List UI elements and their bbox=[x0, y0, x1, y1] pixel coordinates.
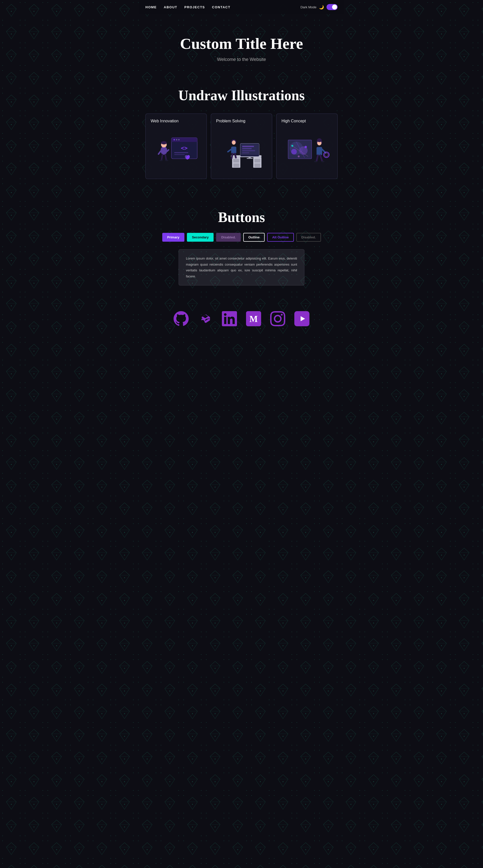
btn-primary[interactable]: Primary bbox=[162, 233, 184, 242]
linkedin-icon[interactable] bbox=[221, 311, 237, 327]
hero-section: Custom Title Here Welcome to the Website bbox=[139, 14, 344, 77]
svg-line-50 bbox=[235, 154, 236, 158]
svg-rect-27 bbox=[174, 154, 185, 155]
nav-projects[interactable]: PROJECTS bbox=[184, 5, 205, 9]
dark-mode-toggle[interactable] bbox=[326, 4, 337, 10]
lorem-box: Lorem ipsum dolor, sit amet consectetur … bbox=[179, 249, 304, 285]
illustrations-title: Undraw Illustrations bbox=[146, 87, 337, 103]
btn-secondary[interactable]: Secondary bbox=[187, 233, 214, 242]
svg-rect-35 bbox=[254, 159, 260, 163]
youtube-icon[interactable] bbox=[294, 311, 310, 327]
nav-contact[interactable]: CONTACT bbox=[212, 5, 230, 9]
card-web-innovation-illustration: <> bbox=[151, 127, 201, 174]
svg-point-12 bbox=[161, 141, 166, 145]
svg-text:<>: <> bbox=[181, 145, 188, 152]
svg-rect-32 bbox=[233, 159, 239, 163]
card-high-concept-title: High Concept bbox=[282, 119, 332, 123]
svg-rect-33 bbox=[233, 164, 239, 167]
codepen-icon[interactable] bbox=[197, 311, 213, 327]
nav-about[interactable]: ABOUT bbox=[164, 5, 178, 9]
nav-right: Dark Mode 🌙 bbox=[300, 4, 337, 10]
svg-point-24 bbox=[178, 139, 180, 141]
svg-point-58 bbox=[304, 146, 307, 148]
svg-point-18 bbox=[165, 160, 168, 161]
github-icon[interactable] bbox=[173, 311, 189, 327]
svg-rect-39 bbox=[242, 146, 254, 147]
card-problem-solving-illustration bbox=[216, 127, 267, 174]
svg-line-15 bbox=[161, 155, 162, 160]
buttons-title: Buttons bbox=[146, 209, 337, 225]
buttons-row: Primary Secondary Disabled. Outline Alt … bbox=[146, 233, 337, 242]
svg-point-57 bbox=[291, 145, 293, 147]
svg-rect-41 bbox=[242, 150, 255, 152]
instagram-icon[interactable] bbox=[270, 311, 286, 327]
svg-point-46 bbox=[232, 141, 236, 145]
svg-rect-40 bbox=[242, 148, 252, 149]
toggle-knob bbox=[332, 4, 337, 9]
svg-rect-47 bbox=[231, 147, 236, 154]
svg-point-67 bbox=[324, 153, 328, 157]
svg-point-70 bbox=[314, 161, 317, 162]
card-web-innovation: Web Innovation bbox=[146, 114, 207, 179]
medium-icon[interactable]: M bbox=[246, 311, 262, 327]
svg-rect-26 bbox=[174, 152, 188, 153]
btn-outline[interactable]: Outline bbox=[243, 233, 265, 242]
nav-links: HOME ABOUT PROJECTS CONTACT bbox=[146, 5, 300, 9]
svg-line-14 bbox=[167, 150, 169, 152]
buttons-section: Buttons Primary Secondary Disabled. Outl… bbox=[139, 194, 344, 296]
svg-line-69 bbox=[320, 155, 322, 161]
hero-subtitle: Welcome to the Website bbox=[146, 57, 337, 62]
btn-disabled: Disabled. bbox=[216, 233, 241, 242]
svg-text:M: M bbox=[249, 314, 258, 324]
svg-rect-38 bbox=[241, 144, 258, 155]
svg-point-54 bbox=[291, 149, 297, 155]
btn-disabled-outline: Disabled. bbox=[296, 233, 321, 242]
svg-point-10 bbox=[161, 147, 167, 155]
svg-point-71 bbox=[321, 161, 324, 162]
svg-point-22 bbox=[173, 139, 175, 141]
svg-rect-44 bbox=[247, 158, 253, 159]
svg-rect-42 bbox=[242, 152, 249, 154]
dark-mode-label: Dark Mode bbox=[300, 5, 317, 9]
nav-home[interactable]: HOME bbox=[146, 5, 157, 9]
svg-point-63 bbox=[318, 138, 321, 141]
btn-alt-outline[interactable]: Alt Outline bbox=[267, 233, 294, 242]
card-high-concept-illustration bbox=[282, 127, 332, 174]
card-problem-solving: Problem Solving bbox=[211, 114, 272, 179]
svg-rect-64 bbox=[317, 147, 322, 155]
svg-rect-36 bbox=[254, 164, 260, 167]
navbar: HOME ABOUT PROJECTS CONTACT Dark Mode 🌙 bbox=[139, 0, 344, 14]
hero-title: Custom Title Here bbox=[146, 34, 337, 53]
social-section: M bbox=[139, 296, 344, 347]
lorem-text: Lorem ipsum dolor, sit amet consectetur … bbox=[186, 255, 297, 279]
card-high-concept: High Concept bbox=[276, 114, 337, 179]
svg-point-17 bbox=[160, 160, 163, 161]
svg-point-59 bbox=[298, 156, 300, 157]
card-problem-solving-title: Problem Solving bbox=[216, 119, 267, 123]
svg-line-49 bbox=[232, 154, 233, 159]
illustrations-section: Undraw Illustrations Web Innovation bbox=[139, 77, 344, 194]
moon-icon: 🌙 bbox=[319, 5, 324, 9]
svg-line-68 bbox=[317, 155, 318, 161]
svg-line-13 bbox=[159, 151, 161, 154]
svg-point-23 bbox=[176, 139, 178, 141]
cards-grid: Web Innovation bbox=[146, 114, 337, 179]
svg-rect-21 bbox=[171, 141, 197, 142]
svg-line-48 bbox=[228, 150, 231, 152]
svg-line-16 bbox=[165, 155, 166, 160]
card-web-innovation-title: Web Innovation bbox=[151, 119, 201, 123]
